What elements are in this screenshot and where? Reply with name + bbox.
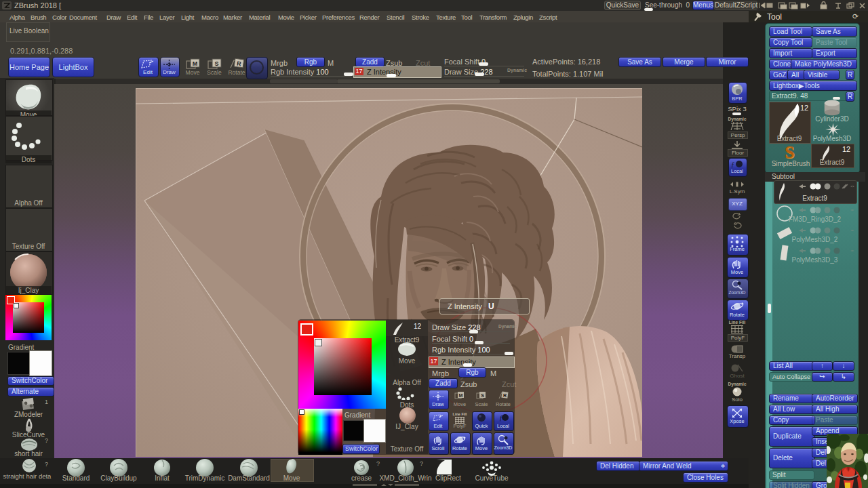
svg-text:?: ?: [420, 460, 423, 467]
svg-text:S: S: [214, 60, 218, 67]
svg-text:R: R: [503, 393, 507, 398]
svg-text:S: S: [481, 393, 484, 398]
svg-text:ƒ: ƒ: [731, 161, 734, 168]
svg-text:M: M: [193, 60, 198, 67]
svg-text:?: ?: [45, 461, 48, 468]
svg-text:S: S: [785, 142, 794, 161]
svg-text:?: ?: [376, 460, 380, 467]
svg-text:M: M: [459, 393, 463, 398]
